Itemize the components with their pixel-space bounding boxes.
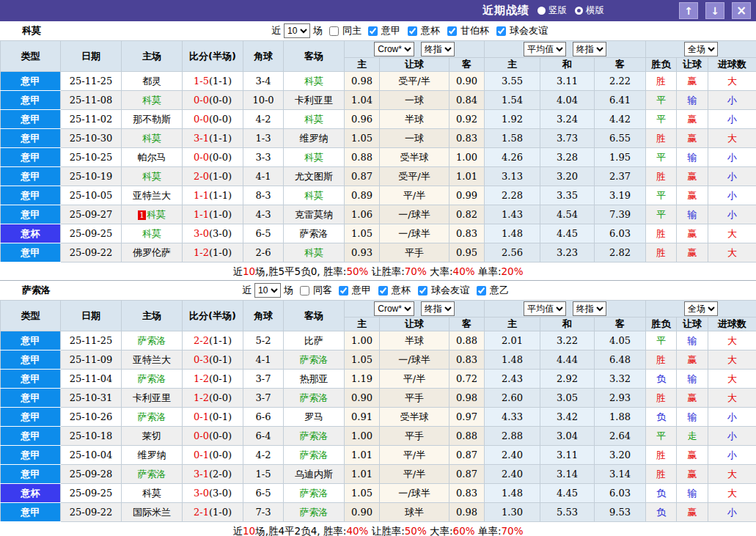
result-goals: 大 <box>708 129 756 148</box>
avg-draw-odds: 3.28 <box>540 148 595 167</box>
match-date: 25-10-30 <box>61 129 122 148</box>
home-team-name: 都灵 <box>142 76 161 87</box>
away-odds: 0.83 <box>449 129 485 148</box>
layout-radio-horizontal[interactable]: 横版 <box>575 4 604 17</box>
summary-segment: 50% <box>346 265 368 277</box>
home-team-name: 维罗纳 <box>138 449 166 460</box>
avg-source-select[interactable]: 平均值 <box>524 301 566 316</box>
league-checkbox[interactable] <box>378 286 388 295</box>
near-label: 近 <box>242 284 252 297</box>
odds-index-select[interactable]: 终指 <box>421 42 455 56</box>
corner-score: 4-1 <box>243 167 284 186</box>
league-type-cell: 意甲 <box>1 110 61 129</box>
match-date: 25-09-22 <box>61 243 122 263</box>
avg-away-odds: 7.39 <box>595 205 646 224</box>
match-row: 意甲 25-11-02 那不勒斯 0-0(0-0) 4-2 科莫 0.96 半球… <box>1 110 756 129</box>
avg-draw-odds: 3.11 <box>540 72 595 91</box>
league-label: 意杯 <box>421 24 440 37</box>
home-team: 萨索洛 <box>122 370 183 389</box>
scope-select[interactable]: 全场 <box>684 301 718 316</box>
home-team-name: 萨索洛 <box>138 373 166 384</box>
away-odds: 0.83 <box>449 484 485 503</box>
league-checkbox[interactable] <box>496 26 506 36</box>
result-handicap: 赢 <box>677 350 708 370</box>
match-date: 25-11-09 <box>61 350 122 370</box>
result-outcome: 平 <box>646 205 677 224</box>
avg-home-odds: 2.88 <box>485 427 540 446</box>
close-icon: × <box>736 4 746 17</box>
home-team: 那不勒斯 <box>122 110 183 129</box>
fulltime-score: 2-0 <box>194 171 209 182</box>
result-goals: 小 <box>708 446 756 465</box>
handicap-line: 受平/半 <box>380 72 449 91</box>
avg-draw-odds: 4.44 <box>540 350 595 370</box>
home-team-name: 亚特兰大 <box>133 354 171 365</box>
home-team: 科莫 <box>122 91 183 110</box>
score-cell: 3-0(3-0) <box>183 224 243 243</box>
scope-select[interactable]: 全场 <box>684 42 718 56</box>
col-result-outcome: 胜负 <box>646 317 677 331</box>
league-checkbox[interactable] <box>408 26 417 36</box>
down-arrow-icon: ↓ <box>711 5 719 17</box>
move-up-button[interactable]: ↑ <box>679 2 698 19</box>
match-count-select[interactable]: 10 <box>254 283 281 298</box>
avg-index-select[interactable]: 终指 <box>573 42 606 56</box>
handicap-line: 半球 <box>380 331 449 350</box>
result-handicap: 输 <box>677 370 708 389</box>
halftime-score: (1-0) <box>209 171 232 182</box>
summary-segment: 大率: <box>427 265 453 277</box>
result-handicap: 输 <box>677 484 708 503</box>
league-checkbox[interactable] <box>477 286 486 295</box>
away-team-name: 热那亚 <box>300 373 329 384</box>
league-type-cell: 意甲 <box>1 205 61 224</box>
home-team: 莱切 <box>122 427 183 446</box>
halftime-score: (1-0) <box>209 507 232 518</box>
odds-source-select[interactable]: Crow* <box>374 301 414 316</box>
same-venue-checkbox[interactable] <box>329 26 339 36</box>
league-checkbox[interactable] <box>447 26 457 36</box>
odds-source-select[interactable]: Crow* <box>374 42 414 56</box>
avg-source-select[interactable]: 平均值 <box>524 42 566 56</box>
league-checkbox[interactable] <box>339 286 348 295</box>
radio-horizontal-label: 横版 <box>586 4 604 17</box>
match-date: 25-10-18 <box>61 427 122 446</box>
col-result-handicap: 让球 <box>677 58 708 72</box>
home-team-name: 卡利亚里 <box>133 392 171 403</box>
away-team-name: 萨索洛 <box>300 430 329 441</box>
match-row: 意甲 25-10-19 科莫 2-0(1-0) 4-1 尤文图斯 0.87 受平… <box>1 167 756 186</box>
avg-home-odds: 1.43 <box>485 205 540 224</box>
avg-home-odds: 1.48 <box>485 224 540 243</box>
corner-score: 10-0 <box>243 91 284 110</box>
odds-index-select[interactable]: 终指 <box>421 301 455 316</box>
league-checkbox[interactable] <box>368 26 378 36</box>
avg-home-odds: 1.92 <box>485 110 540 129</box>
league-type-cell: 意甲 <box>1 465 61 484</box>
away-odds: 0.87 <box>449 465 485 484</box>
col-avg-away: 客 <box>595 58 646 72</box>
avg-home-odds: 3.13 <box>485 167 540 186</box>
col-header-away: 客场 <box>284 41 345 72</box>
fulltime-score: 1-1 <box>194 190 209 201</box>
league-label: 球会友谊 <box>510 24 548 37</box>
avg-draw-odds: 3.20 <box>540 167 595 186</box>
fulltime-score: 2-2 <box>194 335 209 346</box>
avg-index-select[interactable]: 终指 <box>573 301 606 316</box>
match-count-select[interactable]: 10 <box>284 23 310 38</box>
same-venue-checkbox[interactable] <box>300 286 309 295</box>
away-team-name: 比萨 <box>304 335 323 346</box>
result-goals: 小 <box>708 503 756 522</box>
away-odds: 0.95 <box>449 243 485 263</box>
score-cell: 0-0(0-0) <box>183 91 243 110</box>
away-team-name: 科莫 <box>304 152 323 163</box>
away-odds: 0.83 <box>449 224 485 243</box>
halftime-score: (1-0) <box>209 209 232 220</box>
match-date: 25-10-05 <box>61 186 122 205</box>
halftime-score: (3-0) <box>209 488 232 499</box>
titlebar: 近期战绩 竖版 横版 ↑ ↓ × <box>0 0 756 21</box>
away-team-name: 维罗纳 <box>300 133 329 144</box>
result-outcome: 胜 <box>646 167 677 186</box>
move-down-button[interactable]: ↓ <box>705 2 724 19</box>
close-button[interactable]: × <box>732 2 751 19</box>
league-checkbox[interactable] <box>418 286 427 295</box>
layout-radio-vertical[interactable]: 竖版 <box>537 4 567 17</box>
